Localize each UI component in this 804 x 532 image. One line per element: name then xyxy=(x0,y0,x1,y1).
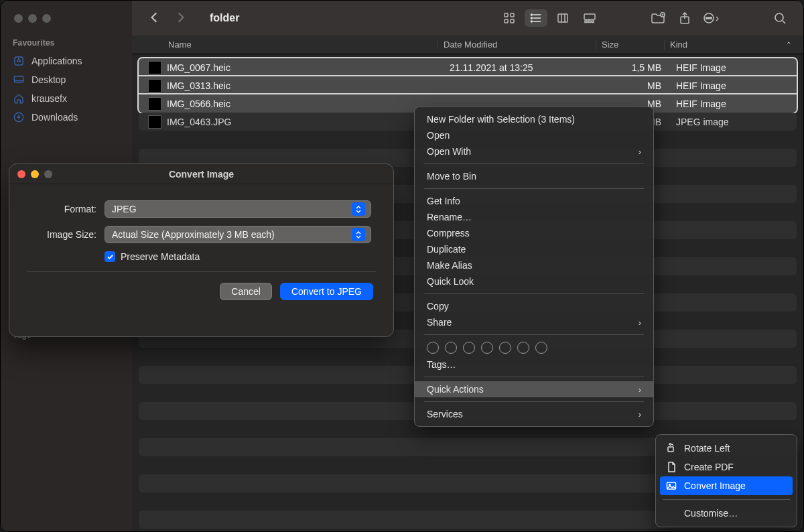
svg-rect-5 xyxy=(505,19,508,23)
menu-separator xyxy=(424,401,644,402)
finder-titlebar xyxy=(1,1,132,36)
svg-rect-1 xyxy=(14,76,23,82)
column-size[interactable]: Size xyxy=(596,40,664,50)
svg-rect-6 xyxy=(511,19,514,23)
column-kind[interactable]: Kind ⌃ xyxy=(664,40,803,50)
context-menu: New Folder with Selection (3 Items) Open… xyxy=(414,107,654,427)
preserve-metadata-label: Preserve Metadata xyxy=(121,251,200,262)
tag-color-dot[interactable] xyxy=(517,342,529,354)
finder-toolbar: folder xyxy=(132,1,803,36)
minimize-button[interactable] xyxy=(28,14,37,23)
image-size-label: Image Size: xyxy=(27,229,105,240)
tag-color-dot[interactable] xyxy=(445,342,457,354)
sheet-close-button[interactable] xyxy=(17,170,25,178)
rotate-left-icon xyxy=(665,442,677,454)
tag-color-dot[interactable] xyxy=(499,342,511,354)
sidebar-item-label: Desktop xyxy=(31,74,66,85)
svg-point-20 xyxy=(710,17,712,19)
tag-color-dot[interactable] xyxy=(535,342,547,354)
column-view-button[interactable] xyxy=(551,9,574,27)
sidebar-item-home[interactable]: krausefx xyxy=(1,89,132,108)
file-row[interactable]: IMG_0313.heic MB HEIF Image xyxy=(139,76,797,94)
view-mode-group xyxy=(498,9,601,27)
list-view-button[interactable] xyxy=(525,9,547,27)
svg-point-18 xyxy=(708,17,710,19)
menu-services[interactable]: Services› xyxy=(415,406,653,422)
sheet-zoom-button[interactable] xyxy=(44,170,52,178)
svg-point-9 xyxy=(531,21,533,22)
submenu-convert-image[interactable]: Convert Image xyxy=(660,476,793,495)
forward-button[interactable] xyxy=(176,11,186,25)
tag-color-dot[interactable] xyxy=(463,342,475,354)
format-select[interactable]: JPEG xyxy=(105,200,371,218)
sheet-title: Convert Image xyxy=(169,169,234,180)
tag-color-dot[interactable] xyxy=(427,342,439,354)
columns-header: Name Date Modified Size Kind ⌃ xyxy=(132,36,803,54)
new-folder-button[interactable] xyxy=(647,9,669,27)
search-button[interactable] xyxy=(768,9,791,27)
column-date[interactable]: Date Modified xyxy=(438,40,596,50)
menu-copy[interactable]: Copy xyxy=(415,298,653,314)
file-thumbnail xyxy=(148,115,161,129)
menu-separator xyxy=(424,188,644,189)
menu-rename[interactable]: Rename… xyxy=(415,209,653,225)
menu-open[interactable]: Open xyxy=(415,127,653,143)
submenu-separator xyxy=(663,499,790,500)
sidebar-item-applications[interactable]: Applications xyxy=(1,52,132,70)
chevron-right-icon: › xyxy=(639,147,641,157)
menu-tags[interactable]: Tags… xyxy=(415,356,653,373)
sidebar-item-downloads[interactable]: Downloads xyxy=(1,108,132,127)
format-label: Format: xyxy=(27,204,105,214)
gallery-view-button[interactable] xyxy=(578,9,601,27)
folder-title: folder xyxy=(210,12,239,24)
icon-view-button[interactable] xyxy=(498,9,521,27)
home-icon xyxy=(13,92,25,105)
menu-quick-look[interactable]: Quick Look xyxy=(415,273,653,289)
file-thumbnail xyxy=(148,79,161,92)
document-icon xyxy=(665,461,677,473)
sidebar-item-desktop[interactable]: Desktop xyxy=(1,70,132,89)
sheet-separator xyxy=(27,271,376,272)
file-thumbnail xyxy=(148,97,161,111)
close-button[interactable] xyxy=(14,14,23,23)
menu-compress[interactable]: Compress xyxy=(415,225,653,241)
menu-new-folder-selection[interactable]: New Folder with Selection (3 Items) xyxy=(415,111,653,127)
menu-quick-actions[interactable]: Quick Actions› xyxy=(415,381,653,397)
cancel-button[interactable]: Cancel xyxy=(220,283,272,300)
menu-share[interactable]: Share› xyxy=(415,314,653,330)
submenu-customise[interactable]: Customise… xyxy=(656,504,797,523)
sheet-minimize-button[interactable] xyxy=(31,170,39,178)
image-icon xyxy=(665,480,677,492)
file-row[interactable]: IMG_0067.heic 21.11.2021 at 13:25 1,5 MB… xyxy=(139,58,797,76)
quick-actions-submenu: Rotate Left Create PDF Convert Image Cus… xyxy=(655,434,797,527)
convert-button[interactable]: Convert to JPEG xyxy=(280,283,373,300)
column-name[interactable]: Name xyxy=(132,40,438,50)
menu-make-alias[interactable]: Make Alias xyxy=(415,257,653,273)
tag-color-dot[interactable] xyxy=(481,342,493,354)
selection-group: IMG_0067.heic 21.11.2021 at 13:25 1,5 MB… xyxy=(139,58,797,113)
submenu-rotate-left[interactable]: Rotate Left xyxy=(656,439,797,458)
menu-separator xyxy=(424,163,644,164)
sidebar-item-label: Downloads xyxy=(31,112,78,123)
submenu-create-pdf[interactable]: Create PDF xyxy=(656,458,797,476)
svg-rect-12 xyxy=(585,21,587,23)
back-button[interactable] xyxy=(149,11,159,25)
menu-get-info[interactable]: Get Info xyxy=(415,193,653,209)
svg-rect-4 xyxy=(511,13,514,17)
menu-tag-colors xyxy=(415,339,653,356)
share-button[interactable] xyxy=(673,9,696,27)
menu-open-with[interactable]: Open With› xyxy=(415,143,653,159)
menu-separator xyxy=(424,293,644,294)
menu-move-to-bin[interactable]: Move to Bin xyxy=(415,168,653,184)
menu-duplicate[interactable]: Duplicate xyxy=(415,241,653,257)
svg-point-19 xyxy=(706,17,708,19)
applications-icon xyxy=(13,55,25,67)
actions-button[interactable] xyxy=(700,9,723,27)
image-size-select[interactable]: Actual Size (Approximately 3 MB each) xyxy=(105,226,371,243)
zoom-button[interactable] xyxy=(42,14,51,23)
chevron-right-icon: › xyxy=(639,385,641,395)
menu-separator xyxy=(424,334,644,335)
preserve-metadata-checkbox[interactable] xyxy=(105,251,115,262)
file-thumbnail xyxy=(148,61,161,74)
svg-rect-14 xyxy=(592,21,594,23)
